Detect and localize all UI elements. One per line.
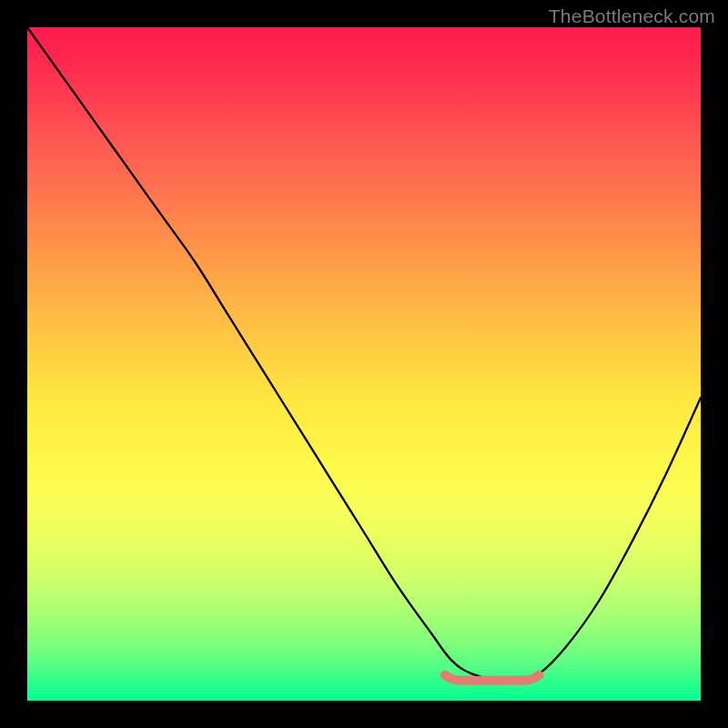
plot-area — [27, 27, 701, 701]
bottleneck-curve — [27, 27, 701, 682]
chart-frame: TheBottleneck.com — [0, 0, 728, 728]
optimal-range-marker — [445, 675, 540, 681]
curve-svg — [27, 27, 701, 701]
watermark-text: TheBottleneck.com — [549, 5, 715, 27]
